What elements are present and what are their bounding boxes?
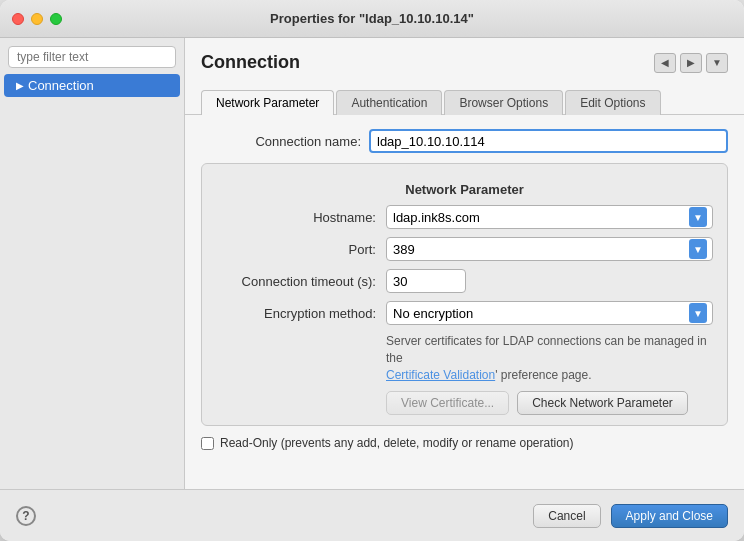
- hostname-select[interactable]: ldap.ink8s.com: [386, 205, 713, 229]
- timeout-row: Connection timeout (s):: [216, 269, 713, 293]
- bottom-buttons: Cancel Apply and Close: [533, 504, 728, 528]
- header-nav: ◀ ▶ ▼: [654, 53, 728, 73]
- nav-forward-button[interactable]: ▶: [680, 53, 702, 73]
- encryption-select-wrap: No encryption SSL/TLS STARTTLS ▼: [386, 301, 713, 325]
- readonly-checkbox[interactable]: [201, 437, 214, 450]
- sidebar: ▶ Connection: [0, 38, 185, 489]
- window-title: Properties for "ldap_10.10.10.14": [270, 11, 474, 26]
- panel-header: Connection ◀ ▶ ▼: [185, 38, 744, 85]
- apply-close-button[interactable]: Apply and Close: [611, 504, 728, 528]
- panel-header-row: Connection ◀ ▶ ▼: [201, 52, 728, 73]
- nav-back-button[interactable]: ◀: [654, 53, 676, 73]
- connection-name-input[interactable]: [369, 129, 728, 153]
- connection-name-row: Connection name:: [201, 129, 728, 153]
- cert-info-text2: ' preference page.: [495, 368, 591, 382]
- traffic-lights: [12, 13, 62, 25]
- network-parameter-section: Network Parameter Hostname: ldap.ink8s.c…: [201, 163, 728, 426]
- connection-name-label: Connection name:: [201, 134, 361, 149]
- minimize-button[interactable]: [31, 13, 43, 25]
- filter-input[interactable]: [8, 46, 176, 68]
- readonly-row: Read-Only (prevents any add, delete, mod…: [201, 436, 728, 450]
- cancel-button[interactable]: Cancel: [533, 504, 600, 528]
- hostname-row: Hostname: ldap.ink8s.com ▼: [216, 205, 713, 229]
- maximize-button[interactable]: [50, 13, 62, 25]
- filter-input-wrap: [0, 38, 184, 74]
- check-network-button[interactable]: Check Network Parameter: [517, 391, 688, 415]
- port-row: Port: 389 ▼: [216, 237, 713, 261]
- certificate-validation-link[interactable]: Certificate Validation: [386, 368, 495, 382]
- hostname-label: Hostname:: [216, 210, 376, 225]
- properties-window: Properties for "ldap_10.10.10.14" ▶ Conn…: [0, 0, 744, 541]
- network-parameter-title: Network Parameter: [216, 182, 713, 197]
- sidebar-item-connection[interactable]: ▶ Connection: [4, 74, 180, 97]
- titlebar: Properties for "ldap_10.10.10.14": [0, 0, 744, 38]
- timeout-input[interactable]: [386, 269, 466, 293]
- chevron-icon: ▶: [16, 80, 24, 91]
- hostname-select-wrap: ldap.ink8s.com ▼: [386, 205, 713, 229]
- sidebar-item-label: Connection: [28, 78, 94, 93]
- cert-info: Server certificates for LDAP connections…: [386, 333, 713, 383]
- tab-network-parameter[interactable]: Network Parameter: [201, 90, 334, 115]
- nav-menu-button[interactable]: ▼: [706, 53, 728, 73]
- encryption-row: Encryption method: No encryption SSL/TLS…: [216, 301, 713, 325]
- close-button[interactable]: [12, 13, 24, 25]
- main-content: ▶ Connection Connection ◀ ▶ ▼ Netwo: [0, 38, 744, 489]
- encryption-label: Encryption method:: [216, 306, 376, 321]
- cert-buttons: View Certificate... Check Network Parame…: [386, 391, 713, 415]
- encryption-select[interactable]: No encryption SSL/TLS STARTTLS: [386, 301, 713, 325]
- tabs-bar: Network Parameter Authentication Browser…: [185, 85, 744, 115]
- form-area: Connection name: Network Parameter Hostn…: [185, 115, 744, 489]
- help-icon[interactable]: ?: [16, 506, 36, 526]
- tab-authentication[interactable]: Authentication: [336, 90, 442, 115]
- tab-edit-options[interactable]: Edit Options: [565, 90, 660, 115]
- view-certificate-button[interactable]: View Certificate...: [386, 391, 509, 415]
- port-label: Port:: [216, 242, 376, 257]
- bottom-bar: ? Cancel Apply and Close: [0, 489, 744, 541]
- panel-title: Connection: [201, 52, 300, 73]
- tab-browser-options[interactable]: Browser Options: [444, 90, 563, 115]
- right-panel: Connection ◀ ▶ ▼ Network Parameter Authe…: [185, 38, 744, 489]
- port-select[interactable]: 389: [386, 237, 713, 261]
- readonly-label: Read-Only (prevents any add, delete, mod…: [220, 436, 574, 450]
- cert-info-text1: Server certificates for LDAP connections…: [386, 334, 707, 365]
- port-select-wrap: 389 ▼: [386, 237, 713, 261]
- timeout-label: Connection timeout (s):: [216, 274, 376, 289]
